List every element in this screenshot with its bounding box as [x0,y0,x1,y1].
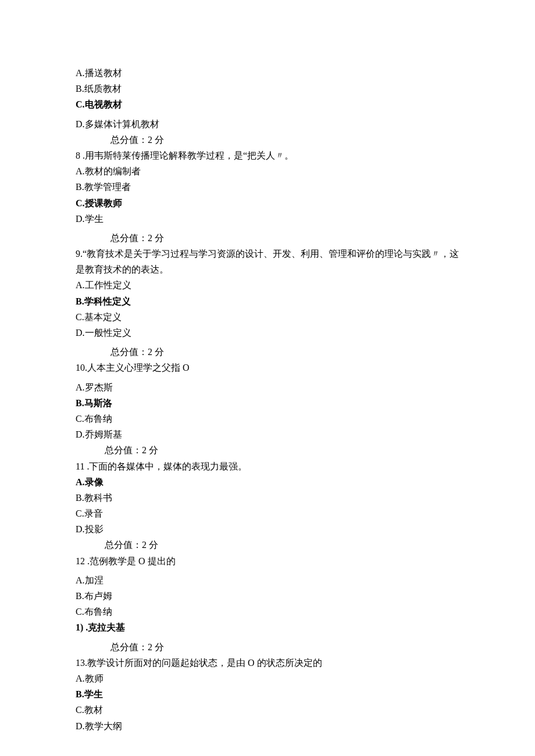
text-line: B.学科性定义 [76,293,459,309]
text-line: 12 .范例教学是 O 提出的 [76,553,459,569]
text-line: D.投影 [76,521,459,537]
text-line: B.教学管理者 [76,179,459,195]
text-line: A.教师 [76,671,459,686]
text-line: A.播送教材 [76,65,459,81]
text-line: B.马斯洛 [76,395,459,411]
document-content: A.播送教材B.纸质教材C.电视教材D.多媒体计算机教材总分值：2 分8 .用韦… [76,65,459,734]
text-line: A.教材的编制者 [76,163,459,179]
text-line: 总分值：2 分 [76,230,459,246]
text-line: D.乔姆斯基 [76,427,459,442]
text-line: C.电视教材 [76,96,459,112]
text-line: D.学生 [76,211,459,227]
text-line: D.教学大纲 [76,718,459,734]
text-line: 总分值：2 分 [76,344,459,360]
text-line: B.教科书 [76,490,459,506]
text-line: C.录音 [76,506,459,521]
text-line: B.学生 [76,686,459,702]
text-line: 13.教学设计所面对的问题起始状态，是由 O 的状态所决定的 [76,655,459,671]
text-line: D.多媒体计算机教材 [76,116,459,132]
text-line: 9.“教育技术是关于学习过程与学习资源的设计、开发、利用、管理和评价的理论与实践… [76,246,459,277]
text-line: B.纸质教材 [76,81,459,96]
text-line: C.授课教师 [76,195,459,211]
text-line: C.布鲁纳 [76,604,459,619]
text-line: B.布卢姆 [76,588,459,604]
text-line: 总分值：2 分 [76,132,459,148]
text-line: 8 .用韦斯特莱传播理论解释教学过程，是“把关人〃。 [76,148,459,163]
text-line: D.一般性定义 [76,325,459,341]
text-line: C.基本定义 [76,309,459,325]
text-line: 总分值：2 分 [76,442,459,458]
text-line: 10.人本主义心理学之父指 O [76,360,459,375]
text-line: 1) .克拉夫基 [76,619,459,635]
text-line: A.录像 [76,474,459,490]
text-line: 11 .下面的各媒体中，媒体的表现力最强。 [76,458,459,474]
text-line: C.布鲁纳 [76,411,459,427]
text-line: 总分值：2 分 [76,639,459,655]
text-line: 总分值：2 分 [76,537,459,553]
text-line: A.工作性定义 [76,277,459,293]
text-line: A.加涅 [76,572,459,588]
text-line: C.教材 [76,702,459,718]
text-line: A.罗杰斯 [76,379,459,395]
